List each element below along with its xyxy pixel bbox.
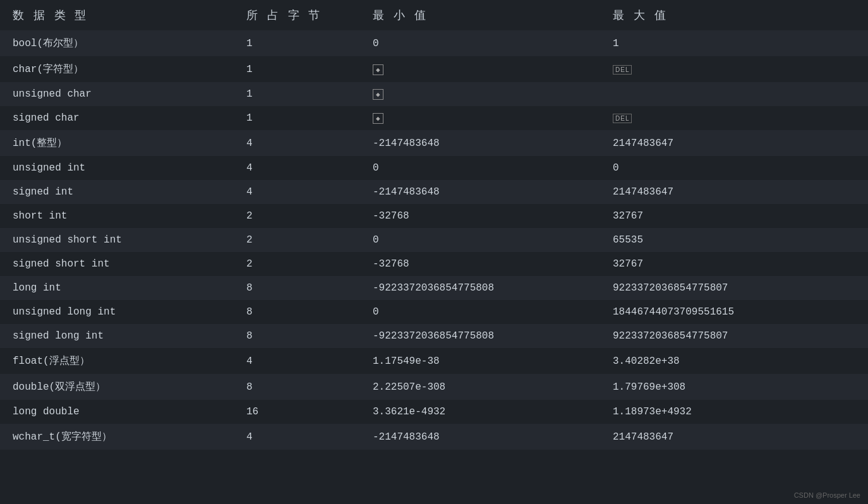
table-row: signed int4-21474836482147483647: [0, 180, 868, 204]
cell-type: double(双浮点型）: [0, 374, 234, 400]
header-bytes: 所 占 字 节: [234, 0, 360, 30]
cell-min: ◆: [360, 82, 600, 106]
cell-type: float(浮点型）: [0, 348, 234, 374]
cell-bytes: 4: [234, 180, 360, 204]
cell-min: -9223372036854775808: [360, 324, 600, 348]
data-table: 数 据 类 型 所 占 字 节 最 小 值 最 大 值 bool(布尔型）101…: [0, 0, 868, 450]
table-row: int(整型）4-21474836482147483647: [0, 130, 868, 156]
cell-type: unsigned int: [0, 156, 234, 180]
table-row: long int8-922337203685477580892233720368…: [0, 276, 868, 300]
cell-bytes: 8: [234, 374, 360, 400]
cell-max: 1: [600, 30, 868, 56]
cell-max: 2147483647: [600, 424, 868, 450]
table-row: float(浮点型）41.17549e-383.40282e+38: [0, 348, 868, 374]
main-container: 数 据 类 型 所 占 字 节 最 小 值 最 大 值 bool(布尔型）101…: [0, 0, 868, 450]
cell-bytes: 2: [234, 228, 360, 252]
table-row: unsigned char1◆: [0, 82, 868, 106]
cell-min: ◆: [360, 106, 600, 130]
table-row: char(字符型）1◆DEL: [0, 56, 868, 82]
header-min: 最 小 值: [360, 0, 600, 30]
cell-type: signed int: [0, 180, 234, 204]
cell-max: [600, 82, 868, 106]
cell-max: 18446744073709551615: [600, 300, 868, 324]
special-char-icon: ◆: [373, 64, 383, 75]
cell-min: -2147483648: [360, 180, 600, 204]
cell-type: bool(布尔型）: [0, 30, 234, 56]
cell-type: wchar_t(宽字符型）: [0, 424, 234, 450]
cell-max: 32767: [600, 252, 868, 276]
table-row: unsigned long int8018446744073709551615: [0, 300, 868, 324]
table-row: unsigned int400: [0, 156, 868, 180]
cell-max: 32767: [600, 204, 868, 228]
cell-type: char(字符型）: [0, 56, 234, 82]
table-row: signed long int8-92233720368547758089223…: [0, 324, 868, 348]
cell-min: 0: [360, 156, 600, 180]
cell-bytes: 8: [234, 300, 360, 324]
table-row: double(双浮点型）82.22507e-3081.79769e+308: [0, 374, 868, 400]
cell-min: 3.3621e-4932: [360, 400, 600, 424]
cell-bytes: 1: [234, 30, 360, 56]
table-row: long double163.3621e-49321.18973e+4932: [0, 400, 868, 424]
cell-type: signed char: [0, 106, 234, 130]
cell-min: 0: [360, 30, 600, 56]
cell-type: unsigned long int: [0, 300, 234, 324]
cell-bytes: 4: [234, 424, 360, 450]
header-type: 数 据 类 型: [0, 0, 234, 30]
cell-min: 0: [360, 300, 600, 324]
cell-bytes: 4: [234, 156, 360, 180]
cell-min: 2.22507e-308: [360, 374, 600, 400]
table-row: short int2-3276832767: [0, 204, 868, 228]
cell-bytes: 4: [234, 348, 360, 374]
cell-min: 0: [360, 228, 600, 252]
cell-type: signed long int: [0, 324, 234, 348]
cell-type: int(整型）: [0, 130, 234, 156]
cell-max: DEL: [600, 106, 868, 130]
cell-type: long double: [0, 400, 234, 424]
table-row: signed char1◆DEL: [0, 106, 868, 130]
cell-min: -2147483648: [360, 424, 600, 450]
cell-type: signed short int: [0, 252, 234, 276]
cell-max: 9223372036854775807: [600, 324, 868, 348]
cell-bytes: 1: [234, 56, 360, 82]
cell-max: 1.79769e+308: [600, 374, 868, 400]
cell-max: DEL: [600, 56, 868, 82]
cell-max: 2147483647: [600, 130, 868, 156]
cell-min: ◆: [360, 56, 600, 82]
table-row: signed short int2-3276832767: [0, 252, 868, 276]
del-label: DEL: [613, 114, 632, 123]
cell-min: -32768: [360, 252, 600, 276]
cell-min: 1.17549e-38: [360, 348, 600, 374]
cell-type: short int: [0, 204, 234, 228]
special-char-icon: ◆: [373, 88, 383, 100]
del-label: DEL: [613, 65, 632, 75]
cell-max: 9223372036854775807: [600, 276, 868, 300]
cell-min: -32768: [360, 204, 600, 228]
cell-max: 3.40282e+38: [600, 348, 868, 374]
cell-bytes: 1: [234, 106, 360, 130]
cell-bytes: 16: [234, 400, 360, 424]
cell-max: 2147483647: [600, 180, 868, 204]
cell-min: -2147483648: [360, 130, 600, 156]
cell-min: -9223372036854775808: [360, 276, 600, 300]
cell-bytes: 8: [234, 324, 360, 348]
cell-bytes: 8: [234, 276, 360, 300]
cell-bytes: 2: [234, 252, 360, 276]
cell-max: 65535: [600, 228, 868, 252]
cell-bytes: 2: [234, 204, 360, 228]
cell-type: unsigned short int: [0, 228, 234, 252]
header-max: 最 大 值: [600, 0, 868, 30]
table-row: bool(布尔型）101: [0, 30, 868, 56]
watermark-label: CSDN @Prosper Lee: [794, 491, 860, 499]
cell-max: 0: [600, 156, 868, 180]
table-row: unsigned short int2065535: [0, 228, 868, 252]
cell-max: 1.18973e+4932: [600, 400, 868, 424]
cell-type: unsigned char: [0, 82, 234, 106]
cell-bytes: 4: [234, 130, 360, 156]
table-header-row: 数 据 类 型 所 占 字 节 最 小 值 最 大 值: [0, 0, 868, 30]
table-row: wchar_t(宽字符型）4-21474836482147483647: [0, 424, 868, 450]
special-char-icon: ◆: [373, 112, 383, 124]
cell-type: long int: [0, 276, 234, 300]
cell-bytes: 1: [234, 82, 360, 106]
